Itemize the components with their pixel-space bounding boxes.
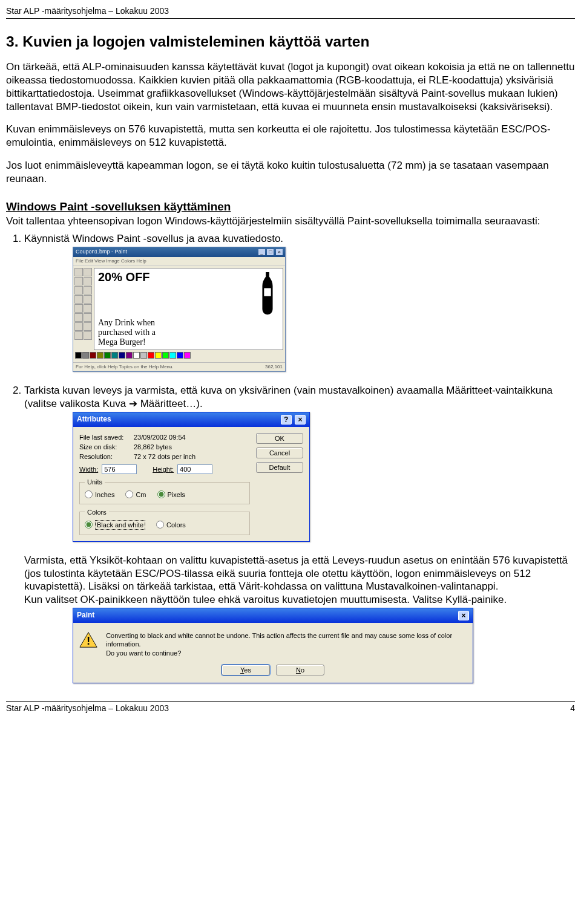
colors-bw[interactable]: Black and white xyxy=(85,520,145,530)
coupon-line-3: Mega Burger! xyxy=(98,337,279,347)
footer-rule xyxy=(6,701,575,702)
footer-page-number: 4 xyxy=(570,703,575,714)
resolution-value: 72 x 72 dots per inch xyxy=(134,452,195,461)
units-legend: Units xyxy=(85,478,105,486)
paint-statusbar: For Help, click Help Topics on the Help … xyxy=(73,362,285,371)
coupon-line-1: Any Drink when xyxy=(98,318,279,328)
page-title: 3. Kuvien ja logojen valmisteleminen käy… xyxy=(6,32,575,51)
colors-legend: Colors xyxy=(85,508,109,516)
step-2-continued-1: Varmista, että Yksiköt-kohtaan on valitt… xyxy=(24,554,575,593)
paint-warning-dialog: Paint × ! Converting to black and white … xyxy=(73,608,473,683)
attributes-title-text: Attributes xyxy=(77,415,111,424)
section-subheading: Windows Paint -sovelluksen käyttäminen xyxy=(6,200,575,214)
maximize-icon[interactable]: □ xyxy=(267,249,274,255)
resolution-label: Resolution: xyxy=(79,452,134,461)
paint-status-left: For Help, click Help Topics on the Help … xyxy=(76,364,174,370)
section-subheading-desc: Voit tallentaa yhteensopivan logon Windo… xyxy=(6,215,575,228)
ok-button[interactable]: OK xyxy=(256,433,303,444)
warning-window-buttons: × xyxy=(457,611,469,620)
paint-window-buttons: _ □ × xyxy=(258,249,283,256)
close-icon[interactable]: × xyxy=(295,415,306,425)
paint-title-text: Coupon1.bmp - Paint xyxy=(76,249,127,256)
file-last-saved-label: File last saved: xyxy=(79,433,134,441)
units-group: Units Inches Cm Pixels xyxy=(79,478,250,504)
coupon-line-2: purchased with a xyxy=(98,328,279,337)
step-2-text: Tarkista kuvan leveys ja varmista, että … xyxy=(24,385,553,409)
paint-color-palette[interactable] xyxy=(75,352,283,360)
bottle-icon xyxy=(256,271,279,317)
close-icon[interactable]: × xyxy=(458,611,469,620)
warning-text-1: Converting to black and white cannot be … xyxy=(106,631,467,649)
step-1: Käynnistä Windows Paint -sovellus ja ava… xyxy=(24,232,575,372)
svg-rect-0 xyxy=(264,288,271,296)
paint-window: Coupon1.bmp - Paint _ □ × File Edit View… xyxy=(73,247,286,372)
no-button[interactable]: No xyxy=(276,665,324,675)
step-2: Tarkista kuvan leveys ja varmista, että … xyxy=(24,384,575,683)
file-last-saved-value: 23/09/2002 09:54 xyxy=(134,433,186,441)
width-label: Width: xyxy=(79,465,98,473)
attributes-window-buttons: ? × xyxy=(280,415,306,425)
attributes-titlebar: Attributes ? × xyxy=(73,412,309,427)
cancel-button[interactable]: Cancel xyxy=(256,447,303,458)
intro-paragraph-1: On tärkeää, että ALP-ominaisuuden kanssa… xyxy=(6,60,575,113)
units-inches[interactable]: Inches xyxy=(85,490,114,499)
svg-text:!: ! xyxy=(87,635,90,648)
yes-button[interactable]: Yes xyxy=(222,665,270,675)
warning-text-2: Do you want to continue? xyxy=(106,649,467,657)
colors-colors[interactable]: Colors xyxy=(156,521,186,529)
coupon-headline: 20% OFF xyxy=(98,271,150,283)
header-rule xyxy=(6,18,575,19)
warning-title-text: Paint xyxy=(77,611,94,620)
size-on-disk-label: Size on disk: xyxy=(79,443,134,451)
warning-titlebar: Paint × xyxy=(73,608,473,623)
attributes-dialog: Attributes ? × File last saved:23/09/200… xyxy=(73,412,310,542)
paint-titlebar: Coupon1.bmp - Paint _ □ × xyxy=(73,247,285,257)
default-button[interactable]: Default xyxy=(256,462,303,473)
close-icon[interactable]: × xyxy=(276,249,283,255)
height-input[interactable] xyxy=(177,464,212,474)
paint-menubar[interactable]: File Edit View Image Colors Help xyxy=(73,257,285,266)
help-icon[interactable]: ? xyxy=(281,415,292,425)
step-1-text: Käynnistä Windows Paint -sovellus ja ava… xyxy=(24,233,283,244)
warning-icon: ! xyxy=(79,631,97,648)
width-input[interactable] xyxy=(102,464,137,474)
size-on-disk-value: 28,862 bytes xyxy=(134,443,172,451)
intro-paragraph-3: Jos luot enimmäisleveyttä kapeamman logo… xyxy=(6,159,575,186)
page-header: Star ALP -määritysohjelma – Lokakuu 2003 xyxy=(6,6,575,17)
paint-toolbox[interactable] xyxy=(73,266,94,350)
paint-status-right: 362,101 xyxy=(265,364,283,370)
paint-canvas: 20% OFF Any Drink when purchased with a … xyxy=(94,268,283,350)
units-cm[interactable]: Cm xyxy=(125,490,146,499)
footer-left: Star ALP -määritysohjelma – Lokakuu 2003 xyxy=(6,703,169,714)
minimize-icon[interactable]: _ xyxy=(258,249,265,255)
intro-paragraph-2: Kuvan enimmäisleveys on 576 kuvapistettä… xyxy=(6,123,575,149)
step-2-continued-2: Kun valitset OK-painikkeen näyttöön tule… xyxy=(24,593,575,607)
colors-group: Colors Black and white Colors xyxy=(79,508,250,535)
units-pixels[interactable]: Pixels xyxy=(157,490,185,499)
height-label: Height: xyxy=(153,465,174,473)
